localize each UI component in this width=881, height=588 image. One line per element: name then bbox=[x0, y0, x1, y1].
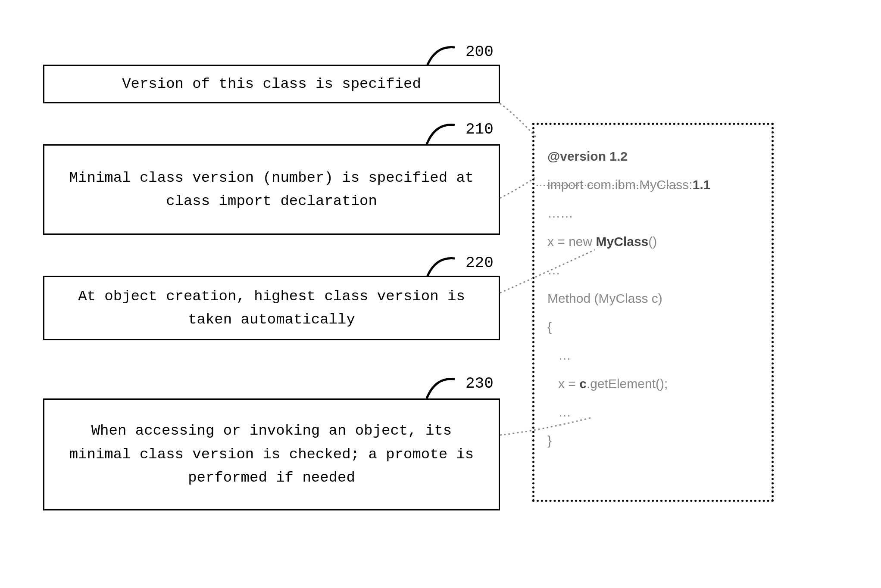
box-230: When accessing or invoking an object, it… bbox=[43, 398, 500, 510]
code-line-6: Method (MyClass c) bbox=[547, 284, 759, 313]
box-220: At object creation, highest class versio… bbox=[43, 276, 500, 340]
code-line-1: @version 1.2 bbox=[547, 142, 759, 171]
label-210: 210 bbox=[465, 121, 494, 138]
code-line-5: … bbox=[547, 256, 759, 284]
label-220: 220 bbox=[465, 254, 494, 272]
label-230: 230 bbox=[465, 375, 494, 392]
code-box: @version 1.2 import com.ibm.MyClass:1.1 … bbox=[532, 123, 774, 502]
code-line-11: } bbox=[547, 426, 759, 455]
code-line-7: { bbox=[547, 313, 759, 341]
code-line-8: … bbox=[547, 341, 759, 370]
code-line-10: … bbox=[547, 398, 759, 426]
code-line-2: import com.ibm.MyClass:1.1 bbox=[547, 171, 759, 199]
box-200: Version of this class is specified bbox=[43, 65, 500, 103]
code-line-9: x = c.getElement(); bbox=[547, 370, 759, 398]
code-line-4: x = new MyClass() bbox=[547, 227, 759, 256]
label-200: 200 bbox=[465, 43, 494, 61]
box-210: Minimal class version (number) is specif… bbox=[43, 144, 500, 235]
code-line-3: …… bbox=[547, 199, 759, 227]
box-220-text: At object creation, highest class versio… bbox=[57, 285, 486, 332]
box-230-text: When accessing or invoking an object, it… bbox=[57, 419, 486, 489]
box-200-text: Version of this class is specified bbox=[122, 72, 421, 96]
box-210-text: Minimal class version (number) is specif… bbox=[57, 166, 486, 213]
